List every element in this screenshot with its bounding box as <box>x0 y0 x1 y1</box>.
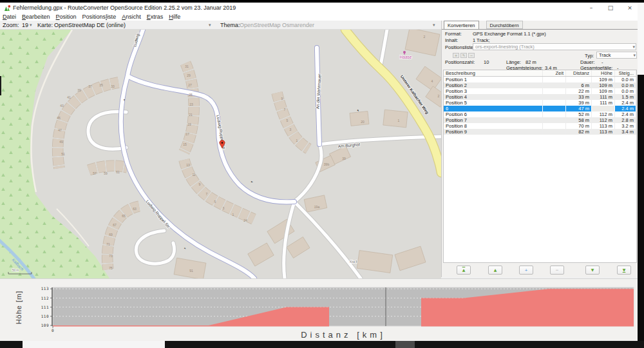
house-number: 65 <box>122 214 126 218</box>
cell-hoehe: 111 m <box>592 100 615 106</box>
house-number: 23 <box>189 102 193 106</box>
menu-position[interactable]: Position <box>56 14 77 20</box>
house-number: 57 <box>93 171 97 175</box>
menu-ansicht[interactable]: Ansicht <box>122 14 141 20</box>
cell-zeit <box>543 100 566 106</box>
table-row[interactable]: 647 m2.4 m <box>444 106 636 111</box>
house-number: 49 <box>59 140 63 144</box>
house-number: 61 <box>116 170 120 174</box>
app-window: Fehlermeldung.gpx - RouteConverter OpenS… <box>0 0 644 348</box>
positionsliste-select[interactable]: ors-export-linestring (Track) ▾ <box>473 43 636 50</box>
column-header[interactable]: Distanz <box>566 70 592 76</box>
house-number: 7 <box>206 192 208 196</box>
typ-label: Typ: <box>585 53 594 59</box>
new-positionlist-button[interactable]: + <box>453 53 459 58</box>
cell-dist: 58 m <box>566 117 592 123</box>
menu-datei[interactable]: Datei <box>3 14 16 20</box>
y-tick-label: 110 <box>41 314 49 318</box>
table-row[interactable]: Position 652 m112 m2.4 m <box>444 111 636 117</box>
column-header[interactable]: Zeit <box>543 70 566 76</box>
remove-position-button[interactable]: − <box>550 266 564 275</box>
cell-dist: 22 m <box>566 88 592 94</box>
cell-desc: Position 1 <box>444 77 543 82</box>
house-number: 37 <box>88 84 92 88</box>
cell-hoehe: 112 m <box>592 111 615 117</box>
minimize-button[interactable]: – <box>582 3 600 13</box>
laenge-label: Länge: <box>506 59 521 65</box>
karte-label: Karte: <box>37 22 53 28</box>
title-bar: Fehlermeldung.gpx - RouteConverter OpenS… <box>0 3 644 13</box>
karte-select[interactable]: OpenStreetMap DE (online) <box>54 22 126 28</box>
cell-hoehe: 113 m <box>592 123 615 129</box>
column-header[interactable]: Beschreibung <box>444 70 543 76</box>
cell-steig: 0.0 m <box>615 88 636 94</box>
map-toolbar: Zoom: 19 ▾ Karte: OpenStreetMap DE (onli… <box>0 21 441 30</box>
positions-table: BeschreibungZeitDistanzHöheSteig...Posit… <box>443 70 637 263</box>
thema-select[interactable]: OpenStreetMap Osmarender <box>240 22 314 28</box>
move-bottom-button[interactable]: ▼ <box>617 266 631 275</box>
cell-dist: 52 m <box>566 111 592 117</box>
table-row[interactable]: Position 758 m112 m2.8 m <box>444 117 636 123</box>
map-view[interactable]: ► ► ► ► Ludwig-Ludwig-Ruppel-Str.Ludwig-… <box>0 30 441 278</box>
house-number: 13 <box>186 163 190 167</box>
cell-steig: 1.5 m <box>615 94 636 100</box>
dauer-value: - <box>601 59 603 65</box>
inhalt-value: 1 Track; <box>473 37 490 43</box>
add-position-button[interactable]: + <box>519 266 533 275</box>
thema-label: Thema: <box>220 22 240 28</box>
menu-extras[interactable]: Extras <box>147 14 164 20</box>
house-number: 39 <box>77 88 81 92</box>
cell-desc: Position 6 <box>444 111 543 117</box>
table-row[interactable]: Position 322 m109 m0.0 m <box>444 88 636 94</box>
tab-konvertieren[interactable]: Konvertieren <box>444 21 479 29</box>
zoom-label: Zoom: <box>3 22 19 28</box>
zoom-select[interactable]: 19 <box>22 22 28 28</box>
cell-hoehe: 109 m <box>592 88 615 94</box>
typ-select[interactable]: Track ▾ <box>596 52 637 59</box>
menu-hilfe[interactable]: Hilfe <box>169 14 180 20</box>
column-header[interactable]: Höhe <box>592 70 615 76</box>
house-number: 63 <box>133 207 137 211</box>
column-header[interactable]: Steig... <box>615 70 636 76</box>
house-number: 15 <box>183 142 187 146</box>
table-row[interactable]: Position 26 m109 m0.0 m <box>444 82 636 88</box>
chevron-down-icon: ▾ <box>633 53 636 59</box>
cell-zeit <box>543 88 566 94</box>
table-row[interactable]: Position 1109 m0.0 m <box>444 77 636 82</box>
laenge-value: 82 m <box>526 59 536 65</box>
cell-hoehe: 109 m <box>592 82 615 88</box>
rename-positionlist-button[interactable]: ✎ <box>460 53 467 58</box>
house-number: 71 <box>106 242 110 246</box>
x-tick-label: 0 <box>52 328 54 333</box>
y-axis-label: Höhe [m] <box>15 291 23 325</box>
cell-dist: 70 m <box>566 123 592 129</box>
maximize-button[interactable]: □ <box>601 3 620 13</box>
y-tick-label: 112 <box>41 296 49 300</box>
delete-positionlist-button[interactable]: − <box>468 53 475 58</box>
table-row[interactable]: Position 539 m111 m2.4 m <box>444 100 636 106</box>
app-icon <box>4 5 11 12</box>
house-number: 9 <box>281 97 283 101</box>
tab-durchstöbern[interactable]: Durchstöbern <box>486 21 523 29</box>
table-row[interactable]: Position 982 m113 m3.4 m <box>444 129 636 135</box>
cell-steig: 3.4 m <box>615 129 636 135</box>
menu-bar: DateiBearbeitenPositionPositionslisteAns… <box>0 13 638 21</box>
move-up-button[interactable]: ▲ <box>488 266 502 275</box>
house-number: 47 <box>58 128 62 132</box>
menu-bearbeiten[interactable]: Bearbeiten <box>22 14 50 20</box>
move-top-button[interactable]: ▲ <box>457 266 471 275</box>
table-row[interactable]: Position 870 m113 m3.2 m <box>444 123 636 129</box>
positionsliste-label: Positionsliste: <box>445 44 475 50</box>
house-number: 59 <box>104 171 108 175</box>
table-row[interactable]: Position 433 m111 m1.5 m <box>444 94 636 100</box>
cell-dist: 33 m <box>566 94 592 100</box>
cell-dist: 6 m <box>566 82 592 88</box>
move-down-button[interactable]: ▼ <box>585 266 600 275</box>
map-label: Haase <box>400 55 412 59</box>
cell-zeit <box>543 106 566 111</box>
close-button[interactable]: × <box>621 3 639 13</box>
menu-positionsliste[interactable]: Positionsliste <box>82 14 117 20</box>
house-number: 20 <box>361 120 365 124</box>
cell-steig: 3.2 m <box>615 123 636 129</box>
house-number: 51 <box>61 152 65 156</box>
